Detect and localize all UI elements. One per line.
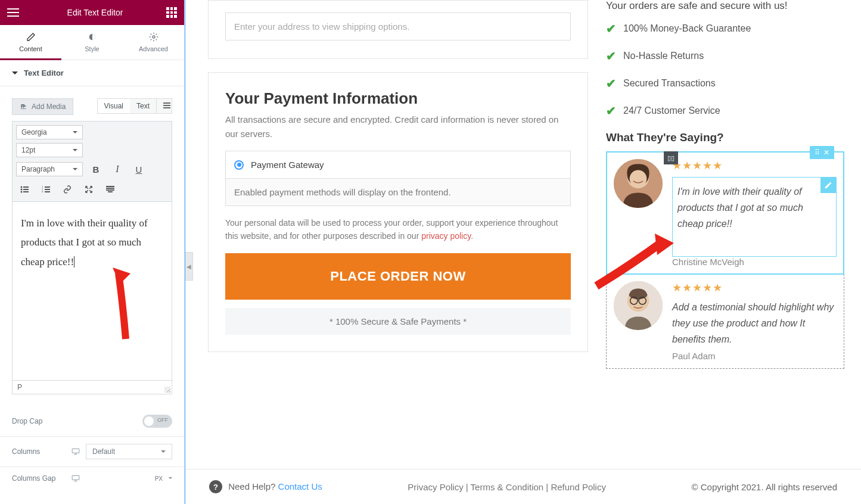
tab-style[interactable]: Style — [61, 25, 123, 60]
testimonial-text: Add a testimonial should highlight why t… — [672, 299, 837, 348]
columns-select[interactable]: Default — [86, 444, 172, 459]
check-icon: ✔ — [606, 104, 616, 118]
testimonial-author: Paul Adam — [672, 351, 837, 361]
toolbar-toggle-icon[interactable] — [156, 99, 172, 113]
panel-tabs: Content Style Advanced — [0, 25, 184, 60]
column-handle-icon[interactable]: ▯▯ — [664, 151, 678, 164]
svg-point-28 — [630, 170, 647, 187]
menu-icon[interactable] — [7, 8, 19, 17]
footer-copyright: © Copyright 2021. All rights reserved — [691, 482, 837, 492]
trust-item: ✔Secured Transactions — [606, 76, 844, 91]
avatar — [614, 159, 663, 208]
toolbar-more-button[interactable] — [102, 181, 119, 198]
underline-button[interactable]: U — [130, 161, 147, 178]
fullscreen-button[interactable] — [80, 181, 97, 198]
svg-rect-9 — [23, 189, 29, 190]
unit-label[interactable]: PX — [155, 475, 163, 482]
bold-button[interactable]: B — [88, 161, 104, 178]
svg-text:3: 3 — [42, 190, 43, 193]
drop-cap-toggle[interactable] — [142, 415, 172, 428]
secure-payments-note: * 100% Secure & Safe Payments * — [225, 308, 571, 335]
style-icon — [88, 32, 97, 42]
safe-heading: Your orders are safe and secure with us! — [606, 0, 844, 12]
drop-cap-row: Drop Cap — [0, 406, 184, 436]
testimonial[interactable]: ★★★★★ Add a testimonial should highlight… — [607, 274, 844, 369]
svg-point-8 — [21, 189, 23, 191]
text-editor-input[interactable]: I'm in love with their quality of produc… — [12, 202, 172, 381]
svg-rect-21 — [108, 191, 113, 192]
svg-rect-17 — [45, 191, 50, 192]
preview-area: ◀ Enter your address to view shipping op… — [185, 0, 861, 504]
check-icon: ✔ — [606, 76, 616, 91]
size-select[interactable]: 12pt — [16, 143, 83, 157]
element-toolbar: ⠿ ✕ — [810, 146, 834, 159]
svg-rect-20 — [106, 189, 114, 191]
testimonials-section[interactable]: ⠿ ✕ ▯▯ ★★★★★ — [606, 151, 844, 369]
tab-content[interactable]: Content — [0, 25, 61, 60]
testimonial[interactable]: ⠿ ✕ ▯▯ ★★★★★ — [607, 152, 844, 274]
help-icon: ? — [209, 480, 222, 493]
editor-status-bar: P — [12, 381, 172, 394]
payment-gateway-option[interactable]: Payment Gateway — [225, 151, 571, 179]
bullet-list-button[interactable] — [16, 181, 33, 198]
page-footer: ? Need Help? Contact Us Privacy Policy |… — [185, 469, 861, 504]
payment-heading: Your Payment Information — [225, 89, 571, 108]
avatar — [614, 281, 663, 330]
svg-rect-5 — [163, 107, 170, 108]
star-rating: ★★★★★ — [672, 159, 837, 172]
editor-mode-tabs: Visual Text — [97, 98, 172, 114]
main-column: Enter your address to view shipping opti… — [208, 0, 588, 459]
svg-rect-4 — [163, 105, 170, 106]
contact-us-link[interactable]: Contact Us — [278, 481, 322, 491]
payment-info: Enabled payment methods will display on … — [225, 179, 571, 206]
elementor-panel: Edit Text Editor Content Style Advanced … — [0, 0, 185, 504]
svg-point-6 — [21, 186, 23, 188]
svg-rect-24 — [72, 449, 79, 453]
footer-help: ? Need Help? Contact Us — [209, 480, 322, 493]
format-select[interactable]: Paragraph — [16, 162, 83, 176]
section-header[interactable]: Text Editor — [0, 60, 184, 86]
svg-rect-25 — [72, 475, 79, 480]
editor-controls: Add Media Visual Text Georgia 12pt — [0, 86, 184, 406]
svg-rect-3 — [163, 102, 170, 104]
gear-icon — [149, 32, 158, 42]
edit-pencil-icon[interactable] — [820, 178, 836, 193]
svg-rect-13 — [45, 186, 50, 188]
svg-rect-11 — [23, 191, 29, 192]
add-media-button[interactable]: Add Media — [12, 98, 73, 115]
font-select[interactable]: Georgia — [16, 125, 83, 139]
media-icon — [20, 102, 28, 111]
star-rating: ★★★★★ — [672, 281, 837, 294]
privacy-policy-link[interactable]: privacy policy — [421, 231, 471, 241]
text-tab[interactable]: Text — [130, 99, 156, 113]
place-order-button[interactable]: PLACE ORDER NOW — [225, 253, 571, 300]
link-button[interactable] — [59, 181, 76, 198]
drag-handle-icon[interactable]: ⠿ — [815, 148, 820, 157]
desktop-icon — [72, 475, 80, 482]
what-saying-heading: What They're Saying? — [606, 131, 844, 144]
annotation-arrow-icon — [96, 267, 144, 345]
caret-down-icon — [12, 71, 18, 77]
svg-point-1 — [153, 36, 155, 38]
numbered-list-button[interactable]: 123 — [38, 181, 54, 198]
visual-tab[interactable]: Visual — [98, 99, 130, 113]
widgets-icon[interactable] — [166, 7, 177, 18]
footer-links[interactable]: Privacy Policy | Terms & Condition | Ref… — [408, 482, 606, 492]
svg-rect-19 — [106, 188, 114, 189]
text-editor-widget[interactable]: I'm in love with their quality of produc… — [672, 177, 837, 257]
drop-cap-label: Drop Cap — [12, 417, 42, 425]
panel-collapse-button[interactable]: ◀ — [185, 252, 193, 281]
trust-item: ✔No-Hassle Returns — [606, 49, 844, 63]
italic-button[interactable]: I — [109, 161, 126, 178]
panel-title: Edit Text Editor — [24, 8, 166, 17]
testimonial-text: I'm in love with their quality of produc… — [677, 183, 831, 232]
svg-point-10 — [21, 191, 23, 193]
pencil-icon — [26, 32, 36, 42]
trust-item: ✔24/7 Customer Service — [606, 104, 844, 118]
testimonial-author: Christine McVeigh — [672, 257, 837, 267]
address-input[interactable]: Enter your address to view shipping opti… — [225, 13, 571, 41]
tab-advanced[interactable]: Advanced — [123, 25, 184, 60]
close-icon[interactable]: ✕ — [823, 148, 829, 157]
radio-icon — [234, 160, 244, 170]
svg-rect-15 — [45, 189, 50, 190]
